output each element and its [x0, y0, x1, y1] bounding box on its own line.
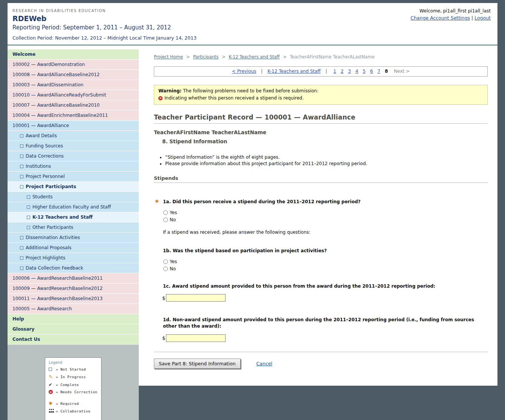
section-overview-link[interactable]: K-12 Teachers and Staff: [267, 69, 321, 74]
sidebar-item-k12-teachers-staff[interactable]: K-12 Teachers and Staff: [8, 212, 139, 222]
q1b-option-yes[interactable]: Yes: [163, 258, 488, 265]
legend-item-text: = Complete: [56, 383, 79, 387]
breadcrumb-separator: >: [283, 54, 287, 60]
save-button[interactable]: Save Part 8: Stipend Information: [154, 359, 241, 369]
welcome-text: Welcome, pi1all_first pi1all_last: [410, 8, 491, 14]
q1b-no-radio[interactable]: [163, 267, 168, 271]
sidebar-item-other-participants[interactable]: Other Participants: [8, 222, 139, 233]
warning-intro: The following problems need to be fixed …: [183, 88, 318, 94]
link-separator: |: [471, 15, 473, 21]
breadcrumb-k12-link[interactable]: K-12 Teachers and Staff: [229, 54, 279, 60]
sidebar-item-award-100003[interactable]: 100003 — AwardDissemination: [8, 80, 139, 90]
logout-link[interactable]: Logout: [474, 15, 491, 21]
sidebar-item-additional-proposals[interactable]: Additional Proposals: [8, 243, 139, 253]
question-1a-options: Yes No: [163, 209, 488, 224]
sidebar-nav: Welcome 100002 — AwardDemonstration 1000…: [8, 49, 139, 345]
complete-icon: [49, 382, 52, 387]
legend-title: Legend: [49, 360, 98, 365]
question-1d-label: 1d. Non-award stipend amount provided to…: [163, 317, 474, 329]
q1b-yes-radio[interactable]: [163, 259, 168, 264]
question-1d: 1d. Non-award stipend amount provided to…: [154, 317, 474, 330]
sidebar-item-project-personnel[interactable]: Project Personnel: [8, 172, 139, 182]
sidebar-item-award-100001[interactable]: 100001 — AwardAlliance: [8, 121, 139, 131]
not-started-icon: [20, 165, 23, 168]
sidebar-item-glossary[interactable]: Glossary: [8, 324, 139, 334]
page-1-link[interactable]: 1: [333, 69, 336, 74]
sidebar-item-award-100011[interactable]: 100011 — AwardResearchBaseline2013: [8, 294, 139, 304]
radio-label: Yes: [170, 210, 177, 215]
breadcrumb-project-home-link[interactable]: Project Home: [154, 54, 183, 60]
stipends-section-heading: Stipends: [154, 175, 488, 181]
previous-page-link[interactable]: < Previous: [232, 69, 256, 74]
question-1a: 1a. Did this person receive a stipend du…: [154, 199, 474, 205]
q1d-amount-input[interactable]: [166, 334, 226, 342]
not-started-icon: [20, 155, 23, 158]
page-6-link[interactable]: 6: [370, 69, 373, 74]
sidebar-item-students[interactable]: Students: [8, 192, 139, 202]
q1d-amount-field: $: [162, 334, 488, 342]
sidebar-item-award-100002[interactable]: 100002 — AwardDemonstration: [8, 60, 139, 70]
radio-label: No: [170, 217, 176, 222]
sidebar-item-contact-us[interactable]: Contact Us: [8, 334, 139, 345]
warning-box: Warning: The following problems need to …: [154, 85, 488, 105]
q1a-option-no[interactable]: No: [163, 216, 488, 224]
sidebar-item-award-100008[interactable]: 100008 — AwardAllianceBaseline2012: [8, 70, 139, 80]
participant-name: TeacherAFirstName TeacherALastName: [154, 129, 488, 135]
warning-item: Indicating whether this person received …: [158, 95, 483, 101]
legend-item: = Not Started: [49, 367, 98, 371]
legend-item: = Collaborative: [49, 409, 98, 413]
question-1b-options: Yes No: [163, 258, 488, 273]
page-4-link[interactable]: 4: [355, 69, 358, 74]
legend-item-text: = Needs Correction: [56, 390, 97, 394]
sidebar-item-award-100010[interactable]: 100010 — AwardAllianceReadyForSubmit: [8, 90, 139, 100]
sidebar-item-award-100007[interactable]: 100007 — AwardAllianceBaseline2010: [8, 100, 139, 110]
sidebar-item-help[interactable]: Help: [8, 314, 139, 324]
sidebar-item-funding-sources[interactable]: Funding Sources: [8, 141, 139, 151]
not-started-icon: [27, 205, 30, 209]
sidebar-item-award-100004[interactable]: 100004 — AwardEnrichmentBaseline2011: [8, 110, 139, 121]
q1b-option-no[interactable]: No: [163, 265, 488, 273]
sidebar-item-award-100006[interactable]: 100006 — AwardResearchBaseline2011: [8, 273, 139, 284]
sidebar-item-award-100009[interactable]: 100009 — AwardResearchBaseline2012: [8, 284, 139, 294]
page-2-link[interactable]: 2: [341, 69, 344, 74]
q1a-option-yes[interactable]: Yes: [163, 209, 488, 216]
pagination-separator: |: [261, 69, 262, 74]
sidebar-item-data-corrections[interactable]: Data Corrections: [8, 151, 139, 161]
not-started-icon: [27, 195, 30, 199]
not-started-icon: [20, 236, 23, 239]
reporting-period: Reporting Period: September 1, 2011 – Au…: [12, 24, 492, 31]
error-icon: [158, 96, 163, 100]
account-links: Change Account Settings|Logout: [410, 15, 491, 21]
sidebar-item-project-highlights[interactable]: Project Highlights: [8, 253, 139, 263]
question-1c: 1c. Award stipend amount provided to thi…: [154, 283, 474, 290]
page-7-link[interactable]: 7: [378, 69, 381, 74]
sidebar-item-label: Award Details: [26, 133, 57, 138]
q1a-yes-radio[interactable]: [163, 210, 168, 215]
sidebar-item-award-details[interactable]: Award Details: [8, 131, 139, 141]
divider: [154, 123, 488, 124]
not-started-icon: [20, 267, 23, 270]
header-account-area: Welcome, pi1all_first pi1all_last Change…: [410, 8, 491, 21]
breadcrumb-participants-link[interactable]: Participants: [193, 54, 219, 60]
change-account-settings-link[interactable]: Change Account Settings: [410, 15, 470, 21]
sidebar-item-award-100005[interactable]: 100005 — AwardResearch: [8, 304, 139, 314]
page-3-link[interactable]: 3: [348, 69, 351, 74]
sidebar-item-dissemination-activities[interactable]: Dissemination Activities: [8, 233, 139, 243]
q1a-no-radio[interactable]: [163, 218, 168, 222]
q1c-amount-input[interactable]: [166, 294, 226, 302]
legend-item: = Needs Correction: [49, 390, 98, 394]
pagination-separator: |: [325, 69, 327, 74]
sidebar-item-welcome[interactable]: Welcome: [8, 49, 139, 60]
sidebar-item-higher-ed-faculty-staff[interactable]: Higher Education Faculty and Staff: [8, 202, 139, 212]
not-started-icon: [20, 185, 23, 189]
sidebar-item-institutions[interactable]: Institutions: [8, 161, 139, 172]
sidebar-item-project-participants[interactable]: Project Participants: [8, 182, 139, 192]
dollar-sign: $: [162, 335, 165, 341]
sidebar-item-label: Higher Education Faculty and Staff: [32, 204, 111, 210]
info-bullet: Please provide information about this pr…: [165, 161, 488, 166]
cancel-link[interactable]: Cancel: [256, 361, 272, 366]
sidebar-item-label: Other Participants: [32, 225, 73, 230]
sidebar-item-data-collection-feedback[interactable]: Data Collection Feedback: [8, 263, 139, 273]
info-bullet: “Stipend Information” is the eighth of e…: [165, 155, 488, 160]
page-5-link[interactable]: 5: [363, 69, 366, 74]
